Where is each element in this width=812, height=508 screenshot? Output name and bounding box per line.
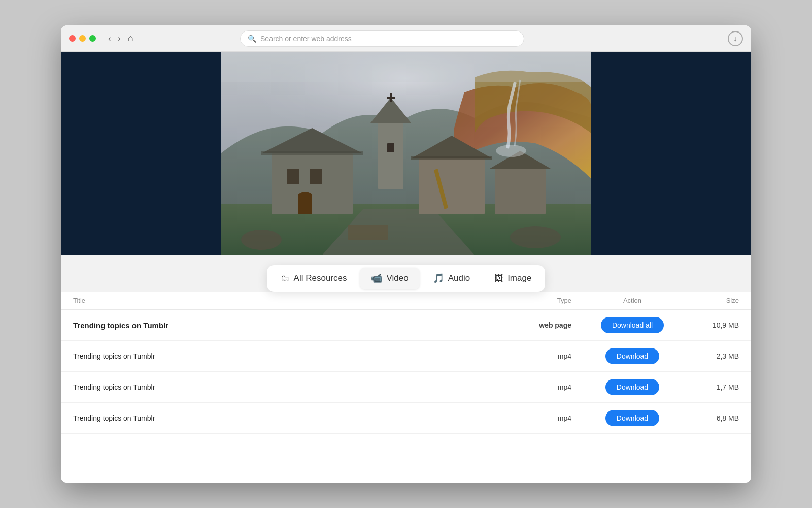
table-header: Title Type Action Size: [61, 292, 751, 310]
row-action: Download all: [587, 317, 678, 333]
download-button[interactable]: Download: [605, 410, 659, 426]
tab-section: 🗂 All Resources 📹 Video 🎵 Audio 🖼 Image: [61, 255, 751, 292]
row-type: mp4: [485, 414, 587, 422]
tab-bar: 🗂 All Resources 📹 Video 🎵 Audio 🖼 Image: [267, 265, 546, 292]
tab-all-resources-label: All Resources: [294, 273, 347, 283]
row-type: mp4: [485, 383, 587, 391]
address-bar[interactable]: 🔍 Search or enter web address: [240, 30, 524, 47]
image-icon: 🖼: [494, 273, 503, 284]
content-area: 🗂 All Resources 📹 Video 🎵 Audio 🖼 Image: [61, 52, 751, 483]
video-icon: 📹: [371, 273, 382, 284]
nav-buttons: ‹ › ⌂: [106, 31, 136, 46]
row-title: Trending topics on Tumblr: [73, 383, 485, 391]
fullscreen-button[interactable]: [89, 35, 96, 42]
header-type: Type: [485, 297, 587, 304]
audio-icon: 🎵: [433, 273, 444, 284]
row-action: Download: [587, 348, 678, 364]
table-row: Trending topics on Tumblr mp4 Download 6…: [61, 403, 751, 434]
row-action: Download: [587, 410, 678, 426]
title-bar: ‹ › ⌂ 🔍 Search or enter web address ↓: [61, 25, 751, 52]
side-panel-left: [61, 52, 221, 255]
header-action: Action: [587, 297, 678, 304]
download-all-button[interactable]: Download all: [601, 317, 664, 333]
home-button[interactable]: ⌂: [126, 31, 136, 46]
all-resources-icon: 🗂: [281, 273, 290, 284]
search-icon: 🔍: [248, 35, 256, 43]
row-action: Download: [587, 379, 678, 395]
table-row: Trending topics on Tumblr web page Downl…: [61, 310, 751, 341]
row-size: 2,3 MB: [678, 352, 739, 360]
table-row: Trending topics on Tumblr mp4 Download 1…: [61, 372, 751, 403]
side-panel-right: [591, 52, 751, 255]
address-placeholder: Search or enter web address: [260, 35, 352, 43]
header-size: Size: [678, 297, 739, 304]
row-type: mp4: [485, 352, 587, 360]
tab-all-resources[interactable]: 🗂 All Resources: [269, 268, 358, 289]
download-button[interactable]: Download: [605, 379, 659, 395]
tab-image-label: Image: [507, 273, 531, 283]
tab-audio-label: Audio: [448, 273, 470, 283]
tab-video-label: Video: [386, 273, 408, 283]
back-button[interactable]: ‹: [106, 33, 113, 45]
close-button[interactable]: [69, 35, 76, 42]
download-indicator[interactable]: ↓: [728, 31, 743, 46]
forward-button[interactable]: ›: [116, 33, 122, 45]
traffic-lights: [69, 35, 96, 42]
row-size: 10,9 MB: [678, 321, 739, 329]
svg-rect-24: [221, 52, 591, 255]
tab-video[interactable]: 📹 Video: [360, 268, 419, 289]
download-button[interactable]: Download: [605, 348, 659, 364]
row-title: Trending topics on Tumblr: [73, 352, 485, 360]
row-size: 6,8 MB: [678, 414, 739, 422]
minimize-button[interactable]: [79, 35, 86, 42]
row-title: Trending topics on Tumblr: [73, 414, 485, 422]
hero-image: [221, 52, 591, 255]
hero-image-container: [221, 52, 591, 255]
tab-image[interactable]: 🖼 Image: [483, 268, 543, 289]
tab-audio[interactable]: 🎵 Audio: [422, 268, 481, 289]
table-section: Title Type Action Size Trending topics o…: [61, 292, 751, 483]
table-row: Trending topics on Tumblr mp4 Download 2…: [61, 341, 751, 372]
row-type: web page: [485, 321, 587, 329]
browser-window: ‹ › ⌂ 🔍 Search or enter web address ↓: [61, 25, 751, 483]
header-title: Title: [73, 297, 485, 304]
hero-area: [61, 52, 751, 255]
row-size: 1,7 MB: [678, 383, 739, 391]
row-title: Trending topics on Tumblr: [73, 321, 485, 330]
